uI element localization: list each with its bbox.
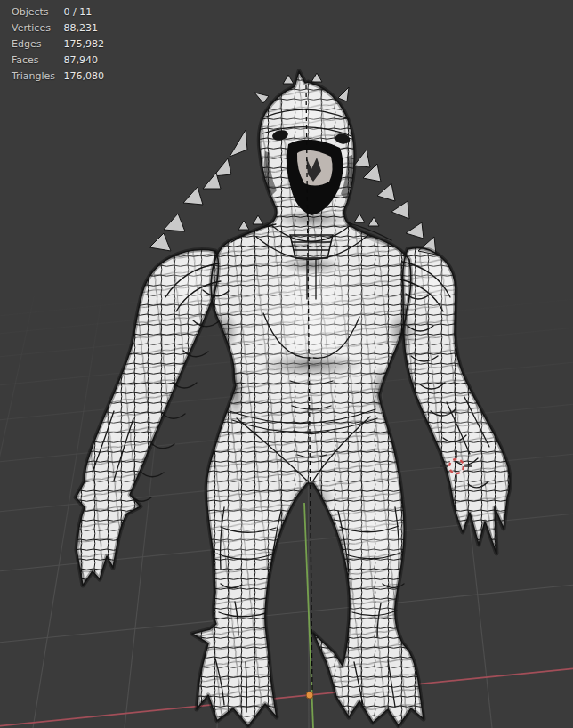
- stat-label: Objects: [12, 4, 61, 20]
- stat-row-objects: Objects 0 / 11: [12, 4, 104, 20]
- stat-row-triangles: Triangles 176,080: [12, 69, 104, 85]
- stat-row-vertices: Vertices 88,231: [12, 20, 104, 36]
- chest-vent: [290, 235, 333, 258]
- stats-overlay: Objects 0 / 11 Vertices 88,231 Edges 175…: [12, 4, 104, 85]
- stat-label: Faces: [12, 53, 61, 69]
- stat-value: 87,940: [64, 54, 99, 66]
- stat-value: 176,080: [64, 70, 105, 82]
- viewport-canvas[interactable]: [0, 0, 573, 728]
- stat-row-faces: Faces 87,940: [12, 53, 104, 69]
- origin-point: [306, 692, 313, 699]
- stat-label: Triangles: [12, 69, 61, 85]
- stat-row-edges: Edges 175,982: [12, 36, 104, 53]
- stat-value: 175,982: [64, 38, 105, 50]
- stat-label: Vertices: [12, 20, 61, 36]
- stat-value: 88,231: [64, 22, 99, 34]
- 3d-viewport[interactable]: Objects 0 / 11 Vertices 88,231 Edges 175…: [0, 0, 573, 728]
- stat-value: 0 / 11: [64, 6, 93, 18]
- stat-label: Edges: [12, 36, 61, 53]
